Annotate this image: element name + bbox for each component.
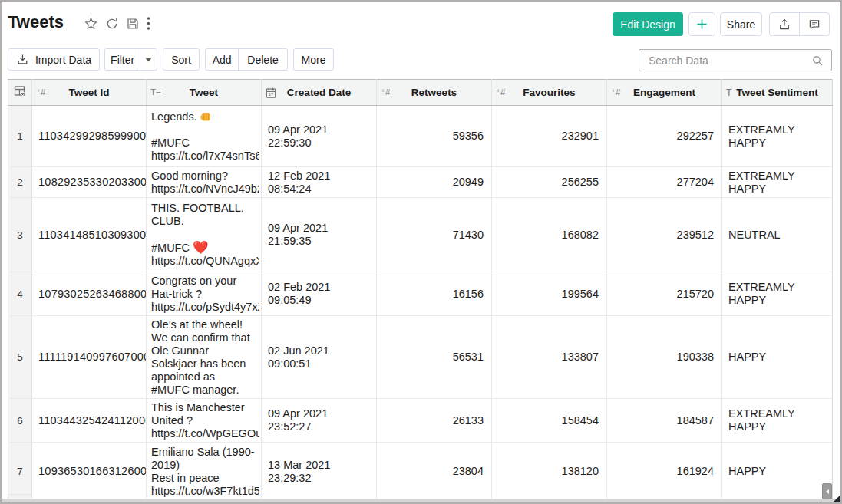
cell-created-date[interactable]: 09 Apr 2021 22:59:30 bbox=[262, 106, 377, 167]
cell-retweets[interactable]: 26133 bbox=[377, 399, 492, 443]
cell-sentiment[interactable]: EXTREAMLY HAPPY bbox=[722, 272, 833, 316]
row-number[interactable]: 7 bbox=[8, 443, 32, 499]
cell-engagement[interactable]: 239512 bbox=[607, 198, 722, 272]
cell-engagement[interactable]: 184587 bbox=[607, 399, 722, 443]
cell-retweets[interactable]: 23804 bbox=[377, 443, 492, 499]
cell-retweets[interactable]: 20949 bbox=[377, 167, 492, 198]
cell-created-date[interactable]: 09 Apr 2021 23:52:27 bbox=[262, 399, 377, 443]
row-number[interactable]: 6 bbox=[8, 399, 32, 443]
scrollbar-thumb[interactable] bbox=[822, 483, 832, 499]
column-header-engagement[interactable]: ⁺# Engagement bbox=[607, 80, 722, 106]
tweet-text: Congrats on your Hat-trick ? https://t.c… bbox=[151, 275, 259, 314]
cell-engagement[interactable]: 190338 bbox=[607, 316, 722, 399]
sort-button[interactable]: Sort bbox=[163, 48, 200, 71]
share-button[interactable]: Share bbox=[720, 12, 762, 36]
select-all-icon bbox=[14, 85, 26, 97]
cell-favourites[interactable]: 199564 bbox=[492, 272, 607, 316]
cell-created-date[interactable]: 12 Feb 2021 08:54:24 bbox=[262, 167, 377, 198]
cell-tweet[interactable]: Legends. #MUFC https://t.co/l7x74snTs6X bbox=[147, 106, 262, 167]
row-number[interactable]: 5 bbox=[8, 316, 32, 399]
cell-engagement[interactable]: 292257 bbox=[607, 106, 722, 167]
more-button[interactable]: More bbox=[293, 48, 334, 71]
data-table: ⁺# Tweet Id T≡ Tweet 17 Created Date bbox=[8, 79, 833, 499]
plus-icon bbox=[696, 18, 708, 30]
cell-favourites[interactable]: 133807 bbox=[492, 316, 607, 399]
filter-label[interactable]: Filter bbox=[105, 54, 140, 66]
cell-favourites[interactable]: 232901 bbox=[492, 106, 607, 167]
cell-tweet-id[interactable]: 1111191409976070000 bbox=[32, 316, 147, 399]
cell-sentiment[interactable]: HAPPY bbox=[722, 443, 833, 499]
cell-tweet-id[interactable]: 1093653016631260000 bbox=[32, 443, 147, 499]
cell-tweet[interactable]: Good morning? https://t.co/NVncJ49b2X bbox=[147, 167, 262, 198]
column-header-tweet-id[interactable]: ⁺# Tweet Id bbox=[32, 80, 147, 106]
cell-sentiment[interactable]: EXTREAMLY HAPPY bbox=[722, 399, 833, 443]
column-header-favourites[interactable]: ⁺# Favourites bbox=[492, 80, 607, 106]
edit-design-button[interactable]: Edit Design bbox=[613, 12, 683, 36]
comments-button[interactable] bbox=[799, 13, 829, 35]
cell-sentiment[interactable]: HAPPY bbox=[722, 316, 833, 399]
cell-sentiment[interactable]: EXTREAMLY HAPPY bbox=[722, 167, 833, 198]
cell-created-date[interactable]: 02 Feb 2021 09:05:49 bbox=[262, 272, 377, 316]
cell-favourites[interactable]: 256255 bbox=[492, 167, 607, 198]
column-header-tweet[interactable]: T≡ Tweet bbox=[147, 80, 262, 106]
row-number[interactable]: 3 bbox=[8, 198, 32, 272]
add-button[interactable]: Add bbox=[206, 49, 238, 70]
cell-tweet-id[interactable]: 1103429929859990000 bbox=[32, 106, 147, 167]
resize-corner[interactable] bbox=[833, 495, 840, 502]
cell-engagement[interactable]: 277204 bbox=[607, 167, 722, 198]
cell-tweet-id[interactable]: 1103443254241120000 bbox=[32, 399, 147, 443]
cell-created-date[interactable]: 13 Mar 2021 23:29:32 bbox=[262, 443, 377, 499]
page: Tweets Edit Design Share Import Data Fil… bbox=[0, 0, 842, 504]
cell-tweet[interactable]: This is Manchester United ? https://t.co… bbox=[147, 399, 262, 443]
cell-tweet[interactable]: Congrats on your Hat-trick ? https://t.c… bbox=[147, 272, 262, 316]
cell-created-date[interactable]: 02 Jun 2021 09:00:51 bbox=[262, 316, 377, 399]
column-header-retweets[interactable]: ⁺# Retweets bbox=[377, 80, 492, 106]
column-header-tweet-sentiment[interactable]: T Tweet Sentiment bbox=[722, 80, 833, 106]
delete-button[interactable]: Delete bbox=[238, 49, 287, 70]
cell-tweet-id[interactable]: 1082923533020330000 bbox=[32, 167, 147, 198]
table-row: 71093653016631260000Emiliano Sala (1990-… bbox=[8, 443, 833, 499]
import-data-button[interactable]: Import Data bbox=[8, 48, 100, 71]
cell-sentiment[interactable]: EXTREAMLY HAPPY bbox=[722, 106, 833, 167]
cell-retweets[interactable]: 71430 bbox=[377, 198, 492, 272]
column-header-created-date[interactable]: 17 Created Date bbox=[262, 80, 377, 106]
cell-retweets[interactable]: 16156 bbox=[377, 272, 492, 316]
search-icon[interactable] bbox=[811, 54, 824, 67]
comment-icon bbox=[807, 18, 821, 31]
cell-retweets[interactable]: 56531 bbox=[377, 316, 492, 399]
cell-tweet[interactable]: Emiliano Sala (1990- 2019) Rest in peace… bbox=[147, 443, 262, 499]
cell-retweets[interactable]: 59356 bbox=[377, 106, 492, 167]
cell-engagement[interactable]: 161924 bbox=[607, 443, 722, 499]
text-type-icon: T≡ bbox=[150, 88, 161, 97]
add-new-button[interactable] bbox=[688, 12, 715, 36]
row-number[interactable]: 2 bbox=[8, 167, 32, 198]
save-icon[interactable] bbox=[126, 17, 140, 31]
filter-dropdown[interactable] bbox=[140, 49, 157, 70]
kebab-menu-icon[interactable] bbox=[147, 16, 150, 31]
cell-favourites[interactable]: 138120 bbox=[492, 443, 607, 499]
text-type-icon: T bbox=[726, 87, 732, 97]
cell-favourites[interactable]: 158454 bbox=[492, 399, 607, 443]
row-number[interactable]: 4 bbox=[8, 272, 32, 316]
header-icon-buttons bbox=[769, 12, 830, 36]
cell-favourites[interactable]: 168082 bbox=[492, 198, 607, 272]
search-input[interactable] bbox=[639, 50, 811, 71]
tweet-text: Ole’s at the wheel! We can confirm that … bbox=[151, 318, 259, 397]
cell-engagement[interactable]: 215720 bbox=[607, 272, 722, 316]
cell-tweet-id[interactable]: 1103414851030930000 bbox=[32, 198, 147, 272]
export-button[interactable] bbox=[770, 13, 799, 35]
cell-sentiment[interactable]: NEUTRAL bbox=[722, 198, 833, 272]
search-box bbox=[639, 49, 832, 71]
select-all-header[interactable] bbox=[8, 80, 32, 106]
cell-tweet-id[interactable]: 1079302526346880000 bbox=[32, 272, 147, 316]
star-icon[interactable] bbox=[84, 16, 98, 31]
cell-tweet[interactable]: Ole’s at the wheel! We can confirm that … bbox=[147, 316, 262, 399]
cell-created-date[interactable]: 09 Apr 2021 21:59:35 bbox=[262, 198, 377, 272]
table-row: 11103429929859990000Legends. #MUFC https… bbox=[8, 106, 833, 167]
horizontal-scrollbar[interactable] bbox=[2, 499, 840, 502]
row-number[interactable]: 1 bbox=[8, 106, 32, 167]
export-icon bbox=[778, 18, 791, 31]
refresh-icon[interactable] bbox=[105, 17, 119, 31]
numeric-type-icon: ⁺# bbox=[36, 88, 45, 97]
cell-tweet[interactable]: THIS. FOOTBALL. CLUB. #MUFC ❤️ https://t… bbox=[147, 198, 262, 272]
